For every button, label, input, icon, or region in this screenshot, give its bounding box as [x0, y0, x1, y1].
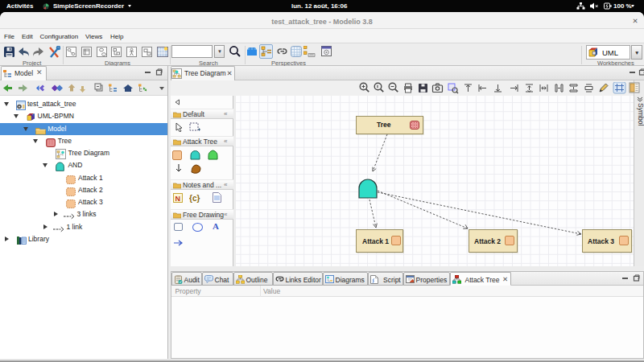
svg-text:{c}: {c}	[189, 194, 200, 203]
svg-text:N: N	[175, 195, 181, 203]
